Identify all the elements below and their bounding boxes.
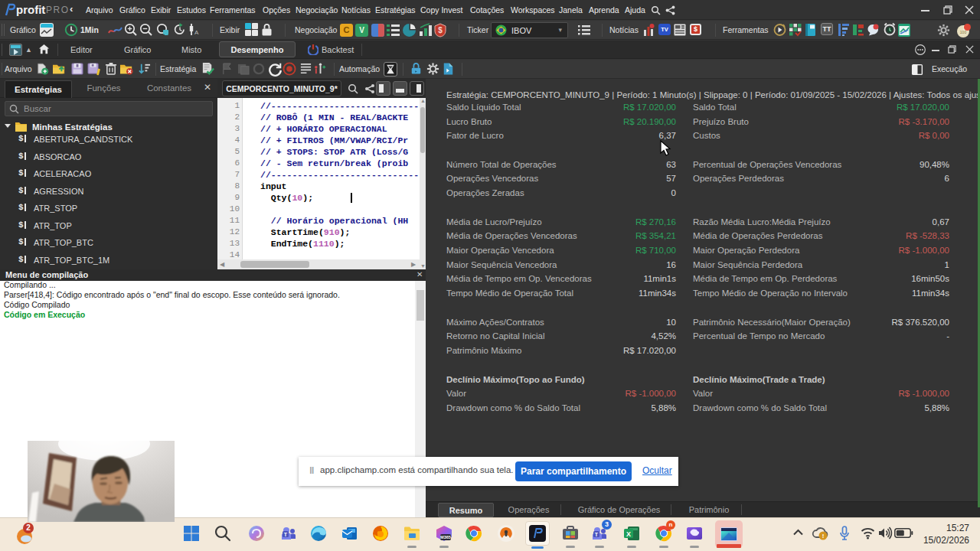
svg-text:A: A: [194, 29, 199, 36]
svg-text:T: T: [284, 532, 288, 537]
svg-text:T: T: [595, 532, 599, 537]
svg-text:M365: M365: [440, 535, 451, 540]
svg-text:100: 100: [960, 30, 967, 34]
svg-text:X: X: [626, 530, 631, 538]
svg-text:$: $: [438, 26, 443, 34]
svg-text:!: !: [822, 533, 825, 540]
